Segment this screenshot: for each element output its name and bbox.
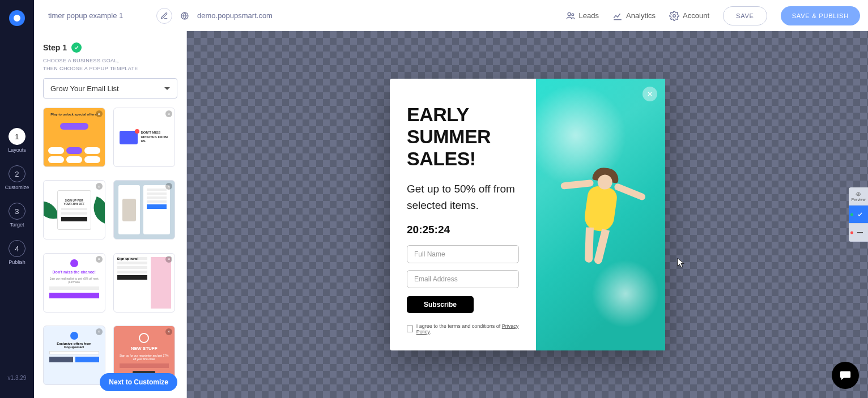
status-dot-icon xyxy=(850,213,853,216)
save-publish-button[interactable]: SAVE & PUBLISH xyxy=(781,6,860,25)
analytics-label: Analytics xyxy=(626,11,656,20)
brand-logo[interactable] xyxy=(9,10,25,26)
step-label: Target xyxy=(10,222,24,228)
step-complete-icon xyxy=(71,42,82,53)
step-label: Layouts xyxy=(8,147,26,153)
step-target[interactable]: 3 Target xyxy=(8,203,25,228)
template-card[interactable]: × DON'T MISS UPDATES FROM US xyxy=(113,108,176,167)
main-column: demo.popupsmart.com Leads Analytics Acco… xyxy=(34,0,868,398)
template-card[interactable]: × Play to unlock special offers! xyxy=(43,108,105,167)
popup-title-line: SUMMER xyxy=(407,126,519,148)
template-heading: Don't miss the chance! xyxy=(53,270,96,274)
state-error-tab[interactable] xyxy=(849,224,868,242)
popup-subtitle: Get up to 50% off from selected items. xyxy=(407,181,519,213)
envelope-icon xyxy=(120,131,138,144)
template-card[interactable]: × xyxy=(113,180,176,239)
template-heading: NEW STUFF xyxy=(131,346,158,351)
helper-line: THEN CHOOSE A POPUP TEMPLATE xyxy=(43,65,177,73)
step-publish[interactable]: 4 Publish xyxy=(8,240,25,265)
leads-link[interactable]: Leads xyxy=(565,11,599,21)
template-grid[interactable]: × Play to unlock special offers! × DON'T… xyxy=(43,108,177,390)
full-name-input[interactable] xyxy=(407,245,519,263)
popup-title-line: EARLY xyxy=(407,104,519,126)
agree-text: I agree to the terms and conditions of P… xyxy=(416,323,519,335)
svg-point-4 xyxy=(858,193,860,195)
popup-image-illustration xyxy=(583,185,618,233)
template-heading: Exclusive offers from Popupsmart xyxy=(49,342,99,349)
subscribe-button[interactable]: Subscribe xyxy=(407,296,474,313)
step-number: 4 xyxy=(8,240,25,257)
panel-step-title: Step 1 xyxy=(43,43,67,52)
globe-icon xyxy=(179,10,190,22)
preview-tab[interactable]: Preview xyxy=(849,187,868,206)
helper-line: CHOOSE A BUSINESS GOAL, xyxy=(43,57,177,65)
popup-countdown-timer: 20:25:24 xyxy=(407,224,519,236)
close-icon: × xyxy=(165,110,172,117)
popup-close-button[interactable] xyxy=(643,87,657,101)
business-goal-select[interactable]: Grow Your Email List xyxy=(43,78,177,99)
template-sub: Join our mailing list to get +5% off nex… xyxy=(49,277,99,284)
panel-helper-text: CHOOSE A BUSINESS GOAL, THEN CHOOSE A PO… xyxy=(43,57,177,72)
wizard-steps: 1 Layouts 2 Customize 3 Target 4 Publish xyxy=(5,128,29,265)
template-card[interactable]: × Don't miss the chance! Join our mailin… xyxy=(43,253,105,313)
email-address-input[interactable] xyxy=(407,270,519,288)
panel-step-header: Step 1 xyxy=(43,42,177,53)
svg-point-2 xyxy=(571,13,573,15)
analytics-link[interactable]: Analytics xyxy=(612,11,656,21)
save-button[interactable]: SAVE xyxy=(723,6,767,25)
preview-label: Preview xyxy=(852,198,866,202)
preview-canvas[interactable]: EARLY SUMMER SALES! Get up to 50% off fr… xyxy=(187,31,868,398)
step-layouts[interactable]: 1 Layouts xyxy=(8,128,26,153)
close-icon: × xyxy=(96,328,103,335)
agree-checkbox[interactable] xyxy=(407,326,413,332)
template-sub: Sign up for our newsletter and get 17% o… xyxy=(120,354,169,361)
template-card[interactable]: × Exclusive offers from Popupsmart xyxy=(43,326,105,385)
left-navbar: 1 Layouts 2 Customize 3 Target 4 Publish… xyxy=(0,0,34,398)
popup-title-line: SALES! xyxy=(407,148,519,170)
state-success-tab[interactable] xyxy=(849,206,868,224)
select-value: Grow Your Email List xyxy=(50,84,119,93)
chat-fab-button[interactable] xyxy=(832,362,859,389)
close-icon: × xyxy=(96,256,103,263)
close-icon: × xyxy=(96,183,103,190)
close-icon: × xyxy=(165,256,172,263)
step-number: 3 xyxy=(8,203,25,220)
svg-point-3 xyxy=(673,14,676,17)
agree-checkbox-row[interactable]: I agree to the terms and conditions of P… xyxy=(407,323,519,335)
popup-left-pane: EARLY SUMMER SALES! Get up to 50% off fr… xyxy=(390,79,536,350)
layout-panel: Step 1 CHOOSE A BUSINESS GOAL, THEN CHOO… xyxy=(34,31,187,398)
next-to-customize-button[interactable]: Next to Customize xyxy=(100,373,177,391)
step-number: 1 xyxy=(8,128,25,145)
template-card[interactable]: × SIGN UP FOR YOUR 30% OFF xyxy=(43,180,105,239)
popup-title: EARLY SUMMER SALES! xyxy=(407,104,519,170)
minus-icon xyxy=(857,232,863,233)
close-icon: × xyxy=(165,183,172,190)
account-link[interactable]: Account xyxy=(669,11,709,21)
template-card[interactable]: × Sign up now! xyxy=(113,253,176,313)
workspace: Step 1 CHOOSE A BUSINESS GOAL, THEN CHOO… xyxy=(34,31,868,398)
preview-side-tabs: Preview xyxy=(849,187,868,242)
step-label: Publish xyxy=(8,259,25,265)
svg-point-1 xyxy=(568,12,571,15)
close-icon: × xyxy=(165,328,172,335)
status-dot-icon xyxy=(850,231,853,234)
leads-label: Leads xyxy=(579,11,599,20)
app-version: v1.3.29 xyxy=(8,375,27,381)
account-label: Account xyxy=(683,11,709,20)
popup-image-pane xyxy=(536,79,665,350)
template-heading: Sign up now! xyxy=(117,257,148,260)
step-label: Customize xyxy=(5,185,29,190)
template-heading: DON'T MISS UPDATES FROM US xyxy=(141,131,169,144)
domain-label[interactable]: demo.popupsmart.com xyxy=(197,11,273,20)
campaign-title-input[interactable] xyxy=(42,6,150,25)
template-heading: Play to unlock special offers! xyxy=(48,113,100,116)
step-customize[interactable]: 2 Customize xyxy=(5,165,29,190)
rename-icon[interactable] xyxy=(156,8,172,24)
cursor-icon xyxy=(677,258,685,270)
megaphone-icon xyxy=(139,333,149,343)
template-heading: SIGN UP FOR YOUR 30% OFF xyxy=(61,199,87,206)
step-number: 2 xyxy=(8,165,25,182)
top-bar: demo.popupsmart.com Leads Analytics Acco… xyxy=(34,0,868,31)
popup-preview: EARLY SUMMER SALES! Get up to 50% off fr… xyxy=(390,79,665,350)
top-right-actions: Leads Analytics Account SAVE SAVE & PUBL… xyxy=(565,6,860,25)
